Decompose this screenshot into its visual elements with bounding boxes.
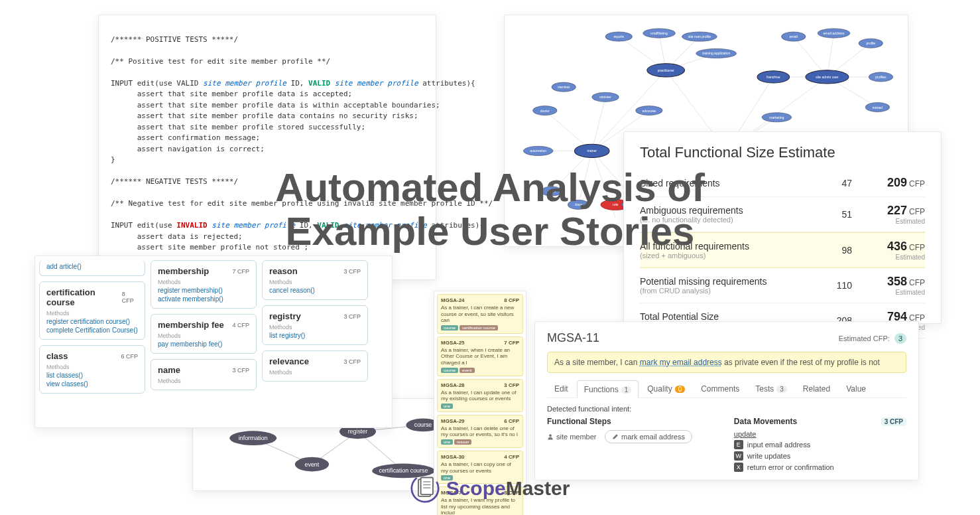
data-movements-header: Data Movements 3 CFP: [734, 417, 906, 426]
estimate-panel: Total Functional Size Estimate Sized req…: [623, 131, 942, 324]
svg-text:role: role: [613, 202, 619, 206]
tab-val[interactable]: Value: [839, 380, 873, 398]
tab-rel[interactable]: Related: [796, 380, 837, 398]
tab-comm[interactable]: Comments: [694, 380, 747, 398]
estimate-row-cfp: 436CFPEstimated: [852, 240, 925, 261]
svg-point-107: [549, 434, 552, 437]
estimate-row: Potential missing requirements(from CRUD…: [640, 268, 925, 303]
entity-card[interactable]: membership fee4 CFPMethodspay membership…: [151, 314, 257, 354]
estimate-row-count: 98: [826, 245, 852, 256]
entity-card[interactable]: membership7 CFPMethodsregister membershi…: [151, 260, 257, 309]
svg-line-3: [578, 151, 591, 204]
svg-text:practitioner: practitioner: [658, 68, 674, 72]
entity-card[interactable]: relevance3 CFPMethods: [262, 350, 368, 382]
svg-text:certification course: certification course: [379, 467, 428, 474]
story-list-item[interactable]: MGSA-257 CFPAs a trainer, when I create …: [437, 336, 523, 376]
tab-qual[interactable]: Quality0: [640, 380, 692, 398]
entity-card[interactable]: reason3 CFPMethodscancel reason(): [262, 260, 368, 300]
code-comment: /** Negative test for edit site member p…: [111, 199, 493, 208]
estimate-row-cfp: 227CFPEstimated: [852, 204, 925, 225]
functional-step-chip[interactable]: mark email address: [605, 430, 692, 443]
story-marked-phrase: mark my email address: [640, 358, 722, 367]
svg-text:event: event: [548, 189, 556, 193]
svg-rect-110: [420, 478, 432, 495]
detected-intent-label: Detected functional intent:: [547, 405, 906, 413]
svg-text:franchise: franchise: [766, 75, 780, 79]
detail-story-text: As a site member, I can mark my email ad…: [547, 352, 906, 373]
pencil-icon: [612, 433, 619, 440]
estimate-row-count: 110: [826, 280, 852, 291]
svg-text:automation: automation: [530, 149, 546, 153]
code-comment: /****** NEGATIVE TESTS *****/: [111, 177, 238, 186]
svg-text:advocate: advocate: [643, 109, 656, 113]
svg-text:training application: training application: [702, 51, 730, 55]
svg-text:register: register: [348, 428, 368, 435]
estimate-row: Sized requirements47209CFP: [640, 169, 925, 197]
tab-edit[interactable]: Edit: [547, 380, 576, 398]
data-movement-line: Wwrite updates: [734, 451, 906, 461]
svg-text:profile: profile: [866, 41, 875, 45]
story-list-item[interactable]: MGSA-296 CFPAs a trainer, I can delete o…: [437, 415, 523, 448]
tab-func[interactable]: Functions1: [577, 380, 639, 398]
estimate-row-label: All functional requirements(sized + ambi…: [640, 241, 826, 259]
data-movements-cfp-badge: 3 CFP: [881, 417, 906, 426]
entity-card[interactable]: certification course8 CFPMethodsregister…: [39, 281, 145, 340]
estimate-row: All functional requirements(sized + ambi…: [640, 232, 925, 268]
detail-story-id: MGSA-11: [547, 331, 599, 345]
estimate-row-label: Ambiguous requirements(ie. no functional…: [640, 205, 826, 224]
tab-tests[interactable]: Tests3: [748, 380, 794, 398]
data-movement-line: Einput email address: [734, 440, 906, 449]
svg-text:site admin user: site admin user: [816, 75, 839, 79]
estimate-row-label: Sized requirements: [640, 178, 826, 188]
entity-card[interactable]: class6 CFPMethodslist classes()view clas…: [39, 345, 145, 394]
code-panel: /****** POSITIVE TESTS *****/ /** Positi…: [98, 15, 436, 280]
estimate-row-count: 47: [826, 178, 852, 188]
data-movement-action: update: [734, 430, 906, 438]
svg-text:site man profile: site man profile: [688, 35, 711, 38]
svg-text:profiles: profiles: [875, 75, 887, 79]
entity-card[interactable]: registry3 CFPMethodslist registry(): [262, 305, 368, 345]
entity-cluster: add article()certification course8 CFPMe…: [34, 256, 393, 428]
svg-text:member: member: [558, 85, 570, 89]
detail-tabs: EditFunctions1Quality0CommentsTests3Rela…: [547, 380, 906, 398]
svg-text:information: information: [239, 435, 268, 441]
svg-text:class: class: [575, 202, 583, 206]
entity-card-stub[interactable]: add article(): [39, 260, 145, 276]
story-detail-panel: MGSA-11 Estimated CFP: 3 As a site membe…: [534, 321, 919, 480]
estimate-row-cfp: 358CFPEstimated: [852, 275, 925, 296]
svg-text:email address: email address: [824, 31, 845, 35]
svg-text:trained: trained: [873, 106, 883, 110]
svg-text:event: event: [305, 461, 320, 468]
story-list: MGSA-248 CFPAs a trainer, I can create a…: [434, 291, 526, 487]
svg-text:marketing: marketing: [769, 115, 784, 119]
code-comment: /** Positive test for edit site member p…: [111, 57, 330, 66]
svg-text:reports: reports: [613, 35, 624, 38]
svg-text:minister: minister: [599, 95, 611, 99]
svg-text:unaffiliating: unaffiliating: [650, 31, 668, 35]
story-list-item[interactable]: MGSA-283 CFPAs a trainer, I can update o…: [437, 379, 523, 412]
functional-step-persona: site member: [547, 433, 597, 441]
scopemaster-logo: ScopeMaster: [0, 474, 980, 503]
code-comment: /****** POSITIVE TESTS *****/: [111, 35, 238, 44]
estimate-row: Ambiguous requirements(ie. no functional…: [640, 197, 925, 232]
estimate-title: Total Functional Size Estimate: [640, 144, 925, 161]
story-list-item[interactable]: MGSA-248 CFPAs a trainer, I can create a…: [437, 294, 523, 334]
svg-text:course: course: [414, 421, 432, 428]
svg-text:trainer: trainer: [587, 149, 597, 153]
entity-card[interactable]: name3 CFPMethods: [151, 359, 257, 390]
user-icon: [547, 433, 554, 440]
svg-text:doctor: doctor: [540, 109, 550, 113]
estimate-row-cfp: 209CFP: [852, 176, 925, 190]
estimate-row-count: 51: [826, 209, 852, 220]
data-movement-line: Xreturn error or confirmation: [734, 463, 906, 472]
functional-steps-header: Functional Steps: [547, 417, 719, 426]
detail-estimated-cfp: Estimated CFP: 3: [839, 334, 906, 342]
scopemaster-logo-icon: [410, 474, 440, 503]
estimate-row-label: Potential missing requirements(from CRUD…: [640, 276, 826, 295]
svg-text:email: email: [790, 35, 798, 38]
